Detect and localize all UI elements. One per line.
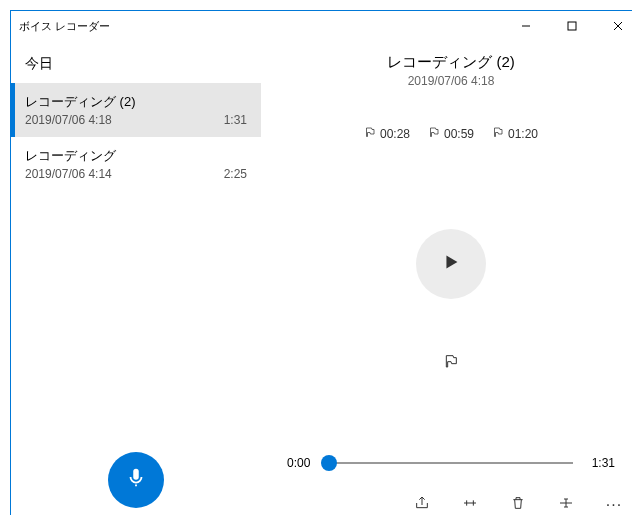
page-datetime: 2019/07/06 4:18 bbox=[408, 74, 495, 88]
recording-duration: 1:31 bbox=[224, 113, 247, 127]
more-icon: ··· bbox=[606, 496, 622, 514]
marker-time: 01:20 bbox=[508, 127, 538, 141]
flag-icon bbox=[492, 126, 504, 141]
app-body: 今日 レコーディング (2) 2019/07/06 4:18 1:31 レコーデ… bbox=[11, 41, 632, 515]
more-button[interactable]: ··· bbox=[605, 496, 623, 514]
titlebar: ボイス レコーダー bbox=[11, 11, 632, 41]
marker-item[interactable]: 01:20 bbox=[492, 126, 538, 141]
play-icon bbox=[440, 251, 462, 277]
record-button[interactable] bbox=[108, 452, 164, 508]
flag-icon bbox=[428, 126, 440, 141]
app-window: ボイス レコーダー 今日 レコーディング (2) 2019/07/06 4:18… bbox=[10, 10, 632, 515]
seek-thumb[interactable] bbox=[321, 455, 337, 471]
maximize-button[interactable] bbox=[549, 11, 595, 41]
microphone-icon bbox=[125, 467, 147, 493]
page-title: レコーディング (2) bbox=[387, 53, 515, 72]
marker-item[interactable]: 00:59 bbox=[428, 126, 474, 141]
recording-duration: 2:25 bbox=[224, 167, 247, 181]
action-bar: ··· bbox=[413, 496, 623, 514]
total-time: 1:31 bbox=[579, 456, 615, 470]
recording-datetime: 2019/07/06 4:14 bbox=[25, 167, 112, 181]
current-time: 0:00 bbox=[287, 456, 323, 470]
recording-datetime: 2019/07/06 4:18 bbox=[25, 113, 112, 127]
trim-button[interactable] bbox=[461, 496, 479, 514]
trim-icon bbox=[462, 495, 478, 515]
recording-list-item[interactable]: レコーディング (2) 2019/07/06 4:18 1:31 bbox=[11, 83, 261, 137]
share-button[interactable] bbox=[413, 496, 431, 514]
svg-rect-1 bbox=[568, 22, 576, 30]
timeline: 0:00 1:31 bbox=[287, 456, 615, 470]
share-icon bbox=[414, 495, 430, 515]
minimize-button[interactable] bbox=[503, 11, 549, 41]
play-button[interactable] bbox=[416, 229, 486, 299]
sidebar: 今日 レコーディング (2) 2019/07/06 4:18 1:31 レコーデ… bbox=[11, 41, 261, 515]
rename-icon bbox=[558, 495, 574, 515]
marker-list: 00:28 00:59 01:20 bbox=[364, 126, 538, 141]
rename-button[interactable] bbox=[557, 496, 575, 514]
section-header: 今日 bbox=[11, 41, 261, 83]
marker-time: 00:28 bbox=[380, 127, 410, 141]
delete-button[interactable] bbox=[509, 496, 527, 514]
flag-icon bbox=[443, 353, 459, 373]
flag-icon bbox=[364, 126, 376, 141]
delete-icon bbox=[510, 495, 526, 515]
marker-time: 00:59 bbox=[444, 127, 474, 141]
add-marker-button[interactable] bbox=[441, 353, 461, 373]
recording-title: レコーディング bbox=[25, 147, 247, 165]
seek-track[interactable] bbox=[329, 462, 573, 464]
recording-title: レコーディング (2) bbox=[25, 93, 247, 111]
app-title: ボイス レコーダー bbox=[19, 19, 110, 34]
marker-item[interactable]: 00:28 bbox=[364, 126, 410, 141]
recording-list-item[interactable]: レコーディング 2019/07/06 4:14 2:25 bbox=[11, 137, 261, 191]
main-panel: レコーディング (2) 2019/07/06 4:18 00:28 00:59 … bbox=[261, 41, 632, 515]
close-button[interactable] bbox=[595, 11, 632, 41]
